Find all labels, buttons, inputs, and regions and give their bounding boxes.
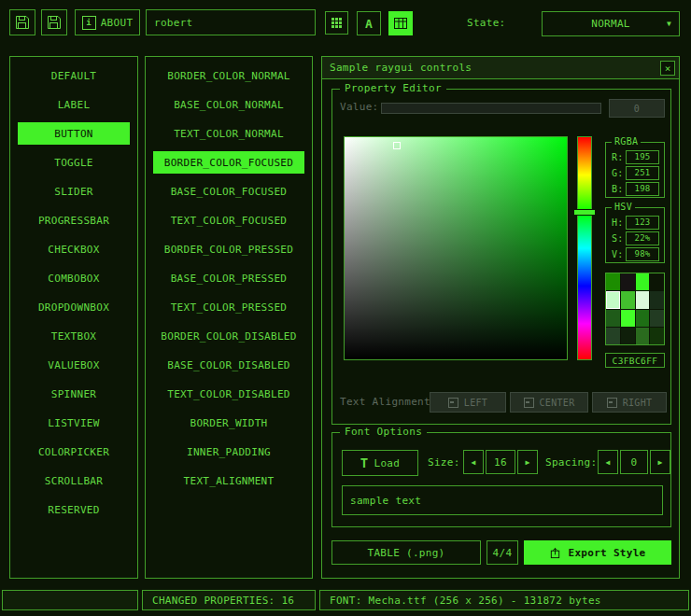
palette-color-cell[interactable] [621, 310, 635, 327]
controls-list-item[interactable]: SPINNER [18, 383, 130, 405]
font-options-group: Font Options T Load Size: ◀ 16 ▶ Spacing… [331, 432, 671, 527]
style-grid-view-button[interactable] [325, 11, 348, 35]
text-icon: T [360, 455, 369, 470]
align-center-label: CENTER [540, 398, 575, 408]
hsv-row-label: S: [612, 233, 624, 244]
controls-list-item[interactable]: BUTTON [18, 122, 130, 145]
about-button[interactable]: i ABOUT [75, 9, 140, 35]
properties-list-item[interactable]: BASE_COLOR_DISABLED [153, 354, 304, 376]
chevron-down-icon: ▼ [667, 20, 671, 28]
palette-color-cell[interactable] [621, 291, 635, 308]
properties-list-item[interactable]: BORDER_WIDTH [153, 412, 304, 434]
color-picker-panel[interactable] [344, 136, 568, 360]
close-button[interactable]: × [660, 61, 675, 76]
font-spacing-decrease-button[interactable]: ◀ [598, 450, 618, 474]
controls-list-item[interactable]: SLIDER [18, 180, 130, 203]
controls-list-item[interactable]: RESERVED [18, 498, 130, 521]
controls-list-item[interactable]: COLORPICKER [18, 441, 130, 463]
hue-slider-handle[interactable] [573, 209, 596, 216]
property-editor-group: Property Editor Value: 0 RGBA R: 195 G: … [331, 89, 671, 425]
properties-list-item[interactable]: BASE_COLOR_FOCUSED [153, 180, 304, 203]
palette-color-cell[interactable] [650, 273, 664, 290]
font-spacing-label: Spacing: [545, 456, 597, 469]
font-spacing-increase-button[interactable]: ▶ [650, 450, 670, 474]
save-style-button[interactable] [41, 9, 67, 35]
export-pages-value[interactable]: 4/4 [487, 540, 518, 565]
properties-list-item[interactable]: BORDER_COLOR_PRESSED [153, 238, 304, 260]
properties-list-item[interactable]: BORDER_COLOR_DISABLED [153, 325, 304, 347]
sample-window-titlebar[interactable]: Sample raygui controls [322, 57, 679, 79]
about-button-label: ABOUT [101, 17, 134, 29]
rgba-row-value: 195 [626, 150, 659, 164]
rguistyler-window: i ABOUT A [0, 0, 691, 616]
palette-color-cell[interactable] [606, 310, 620, 327]
palette-color-cell[interactable] [650, 291, 664, 308]
align-right-label: RIGHT [623, 398, 653, 408]
font-size-increase-button[interactable]: ▶ [517, 450, 538, 474]
palette-color-cell[interactable] [606, 328, 620, 344]
controls-list-item[interactable]: PROGRESSBAR [18, 209, 130, 231]
palette-color-cell[interactable] [650, 328, 664, 344]
properties-list-item[interactable]: TEXT_COLOR_PRESSED [153, 296, 304, 318]
arrow-left-icon: ◀ [471, 458, 475, 467]
hsv-row: V: 98% [612, 247, 659, 260]
export-style-button[interactable]: Export Style [524, 540, 671, 565]
grid-icon [331, 17, 343, 29]
align-right-button: RIGHT [592, 392, 667, 413]
hsv-row-label: H: [612, 217, 624, 228]
hsv-rows: H: 123 S: 22% V: 98% [606, 208, 664, 260]
font-sample-text-input[interactable] [342, 485, 663, 515]
controls-list-item[interactable]: SCROLLBAR [18, 469, 130, 492]
palette-color-cell[interactable] [606, 273, 620, 290]
properties-list-item[interactable]: TEXT_COLOR_FOCUSED [153, 209, 304, 231]
palette-color-cell[interactable] [636, 328, 650, 344]
palette-color-cell[interactable] [636, 273, 650, 290]
font-size-decrease-button[interactable]: ◀ [463, 450, 484, 474]
hsv-row: S: 22% [612, 231, 659, 245]
rgba-row: G: 251 [612, 166, 659, 179]
export-format-dropdown[interactable]: TABLE (.png) [331, 540, 481, 565]
align-left-icon [448, 398, 458, 408]
letter-a-icon: A [365, 17, 373, 31]
palette-color-cell[interactable] [621, 273, 635, 290]
palette-color-cell[interactable] [606, 291, 620, 308]
controls-list-item[interactable]: TEXTBOX [18, 325, 130, 347]
align-center-icon [524, 398, 534, 408]
open-style-button[interactable] [9, 9, 35, 35]
properties-list-item[interactable]: BORDER_COLOR_FOCUSED [153, 151, 304, 174]
palette-color-cell[interactable] [636, 310, 650, 327]
properties-list-item[interactable]: INNER_PADDING [153, 441, 304, 463]
properties-list-item[interactable]: TEXT_COLOR_DISABLED [153, 383, 304, 405]
properties-list-item[interactable]: BASE_COLOR_PRESSED [153, 267, 304, 289]
controls-list-item[interactable]: DROPDOWNBOX [18, 296, 130, 318]
controls-list-item[interactable]: CHECKBOX [18, 238, 130, 260]
font-size-value[interactable]: 16 [486, 450, 515, 474]
properties-list-item[interactable]: TEXT_COLOR_NORMAL [153, 122, 304, 145]
controls-list-item[interactable]: LABEL [18, 93, 130, 116]
controls-list-item[interactable]: VALUEBOX [18, 354, 130, 376]
palette-color-cell[interactable] [650, 310, 664, 327]
hue-bar[interactable] [577, 136, 592, 360]
hsv-group: HSV H: 123 S: 22% V: 98% [605, 207, 665, 263]
palette-color-cell[interactable] [621, 328, 635, 344]
font-view-button[interactable]: A [357, 11, 381, 35]
controls-list-item[interactable]: TOGGLE [18, 151, 130, 174]
statusbar-changed-properties: CHANGED PROPERTIES: 16 [142, 590, 316, 610]
style-name-input[interactable] [146, 9, 316, 35]
font-spacing-value[interactable]: 0 [620, 450, 648, 474]
controls-list-item[interactable]: DEFAULT [18, 64, 130, 87]
palette-color-cell[interactable] [636, 291, 650, 308]
sample-window-title: Sample raygui controls [330, 62, 472, 74]
style-table-view-button[interactable] [388, 11, 413, 35]
rgba-title: RGBA [612, 136, 641, 147]
properties-list-item[interactable]: TEXT_ALIGNMENT [153, 469, 304, 492]
hex-color-value[interactable]: C3FBC6FF [605, 353, 665, 368]
hsv-row-value: 22% [626, 231, 659, 245]
font-load-button[interactable]: T Load [342, 450, 418, 476]
properties-list-item[interactable]: BORDER_COLOR_NORMAL [153, 64, 304, 87]
properties-list-item[interactable]: BASE_COLOR_NORMAL [153, 93, 304, 116]
controls-list-item[interactable]: LISTVIEW [18, 412, 130, 434]
controls-list-item[interactable]: COMBOBOX [18, 267, 130, 289]
color-picker-cursor[interactable] [393, 142, 401, 149]
state-dropdown[interactable]: NORMAL ▼ [542, 11, 680, 36]
